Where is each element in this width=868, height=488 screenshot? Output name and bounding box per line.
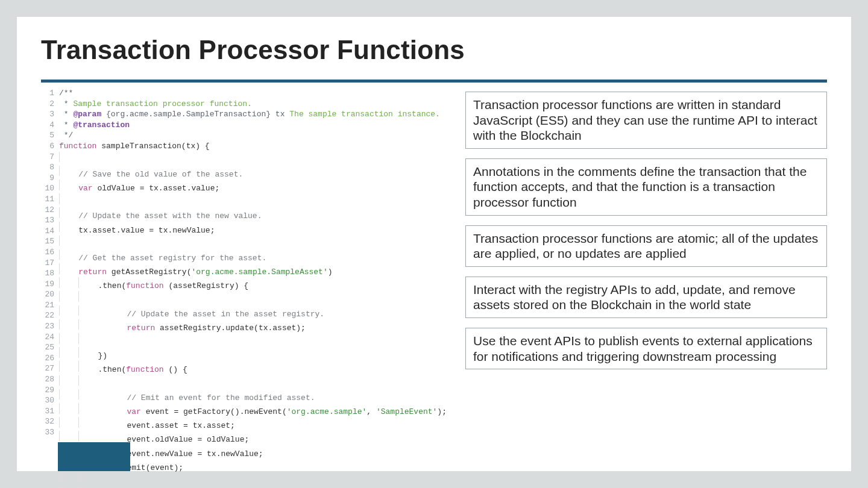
callout-box: Interact with the registry APIs to add, … xyxy=(465,277,827,318)
code-gutter: 1234567891011121314151617181920212223242… xyxy=(41,88,59,488)
title-rule xyxy=(41,80,827,83)
callout-box: Annotations in the comments define the t… xyxy=(465,158,827,216)
slide: Transaction Processor Functions 12345678… xyxy=(17,17,851,471)
footer-accent xyxy=(58,442,130,471)
code-block: 1234567891011121314151617181920212223242… xyxy=(41,88,463,488)
callout-list: Transaction processor functions are writ… xyxy=(465,92,827,369)
callout-box: Use the event APIs to publish events to … xyxy=(465,328,827,369)
code-content: /** * Sample transaction processor funct… xyxy=(59,88,447,488)
callout-box: Transaction processor functions are atom… xyxy=(465,225,827,267)
callout-box: Transaction processor functions are writ… xyxy=(465,92,827,149)
page-title: Transaction Processor Functions xyxy=(41,35,465,65)
